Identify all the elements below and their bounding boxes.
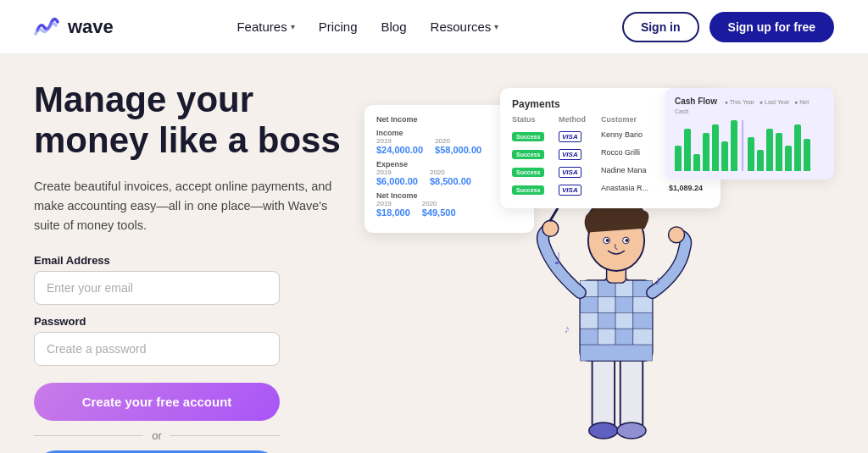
table-row: Success VISA Anastasia R... $1,089.24 bbox=[512, 180, 709, 196]
chevron-down-icon: ▾ bbox=[291, 22, 295, 31]
expense-2020: 2020 $8,500.00 bbox=[430, 168, 471, 186]
cashflow-title: Cash Flow ● This Year ● Last Year ● Net … bbox=[675, 97, 824, 115]
income-2019: 2019 $24,000.00 bbox=[376, 137, 423, 155]
hero-subtitle: Create beautiful invoices, accept online… bbox=[34, 177, 339, 236]
password-form-group: Password bbox=[34, 315, 348, 366]
cashflow-chart bbox=[675, 120, 824, 171]
signin-button[interactable]: Sign in bbox=[622, 12, 699, 42]
svg-point-2 bbox=[589, 423, 618, 439]
svg-point-30 bbox=[625, 239, 628, 242]
svg-rect-16 bbox=[633, 312, 653, 329]
nav-pricing[interactable]: Pricing bbox=[319, 19, 358, 34]
password-input[interactable] bbox=[34, 332, 280, 366]
wave-logo-icon bbox=[34, 15, 61, 39]
income-2020: 2020 $58,000.00 bbox=[435, 137, 481, 155]
nav-actions: Sign in Sign up for free bbox=[622, 12, 834, 42]
nav-links: Features ▾ Pricing Blog Resources ▾ bbox=[236, 19, 498, 34]
nav-resources[interactable]: Resources ▾ bbox=[431, 19, 499, 34]
svg-rect-19 bbox=[615, 329, 633, 345]
divider: or bbox=[34, 429, 280, 442]
right-panel: Net Income Income 2019 $24,000.00 2020 $… bbox=[364, 54, 834, 453]
svg-point-24 bbox=[669, 227, 685, 243]
svg-rect-11 bbox=[615, 296, 633, 312]
navbar: wave Features ▾ Pricing Blog Resources ▾… bbox=[0, 0, 868, 54]
svg-rect-18 bbox=[598, 329, 615, 345]
signup-button[interactable]: Sign up for free bbox=[709, 12, 834, 42]
left-panel: Manage your money like a boss Create bea… bbox=[34, 54, 364, 453]
create-account-button[interactable]: Create your free account bbox=[34, 383, 280, 421]
svg-point-3 bbox=[617, 423, 646, 439]
svg-rect-0 bbox=[593, 356, 615, 428]
divider-text: or bbox=[152, 429, 162, 442]
divider-line-right bbox=[170, 435, 280, 436]
email-label: Email Address bbox=[34, 254, 348, 267]
svg-text:♩: ♩ bbox=[554, 250, 561, 268]
svg-rect-14 bbox=[598, 312, 615, 329]
svg-rect-15 bbox=[615, 312, 633, 329]
svg-rect-13 bbox=[580, 312, 598, 329]
illustration-area: Net Income Income 2019 $24,000.00 2020 $… bbox=[364, 71, 834, 453]
nav-features[interactable]: Features ▾ bbox=[236, 19, 294, 34]
hero-title: Manage your money like a boss bbox=[34, 80, 348, 162]
svg-rect-9 bbox=[580, 296, 598, 312]
svg-text:♪: ♪ bbox=[654, 273, 661, 287]
svg-text:♪: ♪ bbox=[564, 323, 570, 335]
email-input[interactable] bbox=[34, 271, 280, 305]
net-2019: 2019 $18,000 bbox=[376, 200, 410, 218]
svg-point-29 bbox=[606, 239, 609, 242]
chart-line bbox=[742, 120, 743, 171]
svg-rect-1 bbox=[620, 356, 643, 428]
email-form-group: Email Address bbox=[34, 254, 348, 305]
svg-rect-21 bbox=[580, 345, 652, 361]
main-content: Manage your money like a boss Create bea… bbox=[0, 54, 868, 453]
divider-line-left bbox=[34, 435, 143, 436]
svg-rect-10 bbox=[598, 296, 615, 312]
net-2020: 2020 $49,500 bbox=[422, 200, 456, 218]
svg-rect-17 bbox=[580, 329, 598, 345]
svg-rect-20 bbox=[633, 329, 653, 345]
brand-name: wave bbox=[68, 16, 114, 38]
svg-rect-12 bbox=[633, 296, 653, 312]
chevron-down-icon: ▾ bbox=[494, 22, 498, 31]
expense-2019: 2019 $6,000.00 bbox=[376, 168, 418, 186]
cashflow-card: Cash Flow ● This Year ● Last Year ● Net … bbox=[665, 88, 834, 180]
nav-blog[interactable]: Blog bbox=[381, 19, 407, 34]
logo[interactable]: wave bbox=[34, 15, 114, 39]
password-label: Password bbox=[34, 315, 348, 328]
svg-point-22 bbox=[542, 220, 559, 236]
